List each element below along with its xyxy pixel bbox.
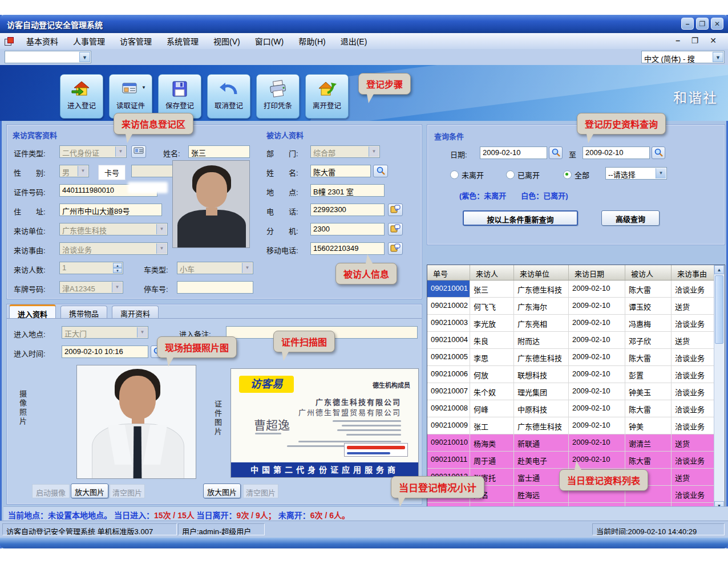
table-cell[interactable]: 广东德生科技 bbox=[514, 281, 569, 297]
address-input[interactable]: 广州市中山大道89号 bbox=[59, 204, 162, 216]
table-cell[interactable]: 090210010 bbox=[427, 434, 470, 451]
table-cell[interactable]: 送货 bbox=[672, 332, 715, 348]
radio-left[interactable]: 已离开 bbox=[506, 169, 540, 180]
quick-combo[interactable]: ▼ bbox=[5, 51, 91, 63]
table-cell[interactable]: 洽谈业务 bbox=[672, 349, 715, 365]
table-cell[interactable]: 洽谈业务 bbox=[672, 452, 715, 468]
table-cell[interactable]: 钟美玉 bbox=[625, 383, 672, 400]
table-cell[interactable]: 洽谈业务 bbox=[672, 281, 715, 297]
read-card-button[interactable]: ▼ 读取证件 bbox=[109, 74, 152, 119]
table-cell[interactable]: 何峰 bbox=[470, 400, 514, 417]
table-cell[interactable]: 新联通 bbox=[514, 434, 569, 451]
menu-item-1[interactable]: 人事管理 bbox=[66, 33, 112, 49]
menu-item-6[interactable]: 帮助(H) bbox=[291, 33, 333, 49]
table-row[interactable]: 090210003李光放广东亮相2009-02-10冯惠梅洽谈业务 bbox=[427, 315, 725, 332]
id-type-combo[interactable]: 二代身份证 ▼ bbox=[59, 145, 127, 158]
table-column-header[interactable]: 来访事由 bbox=[672, 265, 715, 280]
mdi-window-controls-icon[interactable]: – ❐ ✕ bbox=[676, 36, 721, 45]
table-cell[interactable]: 090210001 bbox=[427, 281, 470, 297]
entry-place-combo[interactable]: 正大门 ▼ bbox=[62, 326, 148, 339]
table-cell[interactable]: 谢清兰 bbox=[625, 434, 672, 451]
date-to-input[interactable]: 2009-02-10 bbox=[583, 147, 650, 159]
people-count-stepper[interactable]: 1 ▲ ▼ bbox=[59, 262, 123, 274]
table-cell[interactable]: 2009-02-10 bbox=[569, 417, 625, 434]
radio-not-left[interactable]: 未离开 bbox=[450, 169, 484, 180]
table-cell[interactable]: 理光集团 bbox=[514, 383, 569, 400]
visitee-search-button[interactable] bbox=[373, 165, 388, 177]
scroll-up-icon[interactable]: ▲ bbox=[714, 265, 724, 274]
menu-item-2[interactable]: 访客管理 bbox=[112, 33, 159, 49]
table-row[interactable]: 090210002何飞飞广东海尔2009-02-10谭玉姣送货 bbox=[427, 298, 725, 315]
vehicle-type-combo[interactable]: 小车 ▼ bbox=[177, 262, 253, 274]
dept-combo[interactable]: 综合部 ▼ bbox=[310, 145, 380, 158]
clear-card-button[interactable]: 清空图片 bbox=[243, 484, 278, 498]
plate-combo[interactable]: 津A12345 ▼ bbox=[59, 281, 123, 294]
leave-register-button[interactable]: 离开登记 bbox=[305, 74, 349, 119]
table-cell[interactable]: 送货 bbox=[672, 434, 715, 451]
table-cell[interactable]: 冯惠梅 bbox=[625, 315, 672, 331]
table-cell[interactable]: 2009-02-10 bbox=[569, 298, 625, 314]
card-reader-button[interactable] bbox=[131, 145, 146, 158]
table-cell[interactable]: 联想科技 bbox=[514, 366, 569, 383]
table-cell[interactable]: 2009-02-10 bbox=[569, 315, 625, 331]
table-cell[interactable]: 陈大雷 bbox=[625, 281, 672, 297]
card-no-input[interactable] bbox=[131, 165, 176, 177]
table-cell[interactable]: 2009-02-10 bbox=[569, 349, 625, 365]
table-cell[interactable]: 洽谈业务 bbox=[672, 400, 715, 417]
table-row[interactable]: 090210008何峰中原科技2009-02-10陈大雷洽谈业务 bbox=[427, 400, 725, 417]
vertical-scrollbar[interactable]: ▲ ▼ bbox=[714, 265, 725, 510]
menu-item-0[interactable]: 基本资料 bbox=[19, 33, 66, 49]
table-cell[interactable]: 附而达 bbox=[514, 332, 569, 348]
location-input[interactable]: B幢 2301 室 bbox=[310, 184, 385, 197]
enter-register-button[interactable]: 进入登记 bbox=[60, 74, 103, 119]
entry-time-input[interactable]: 2009-02-10 10:16 bbox=[62, 345, 148, 358]
parking-input[interactable] bbox=[177, 281, 253, 294]
table-cell[interactable]: 广东德生科技 bbox=[514, 417, 569, 434]
date-to-picker-button[interactable] bbox=[652, 147, 665, 159]
table-cell[interactable]: 洽谈业务 bbox=[672, 315, 715, 331]
ext-call-button[interactable] bbox=[388, 223, 403, 235]
phone-call-button[interactable] bbox=[388, 204, 403, 216]
table-cell[interactable]: 李光放 bbox=[470, 315, 514, 331]
table-cell[interactable]: 广东海尔 bbox=[514, 298, 569, 314]
query-select[interactable]: --请选择 ▼ bbox=[605, 167, 667, 180]
scrollbar-thumb[interactable] bbox=[715, 275, 723, 344]
date-from-picker-button[interactable] bbox=[549, 147, 563, 159]
spin-up-icon[interactable]: ▲ bbox=[113, 263, 122, 268]
table-cell[interactable]: 彭置 bbox=[625, 366, 672, 383]
table-cell[interactable]: 090210003 bbox=[427, 315, 470, 331]
table-cell[interactable]: 090210008 bbox=[427, 400, 470, 417]
table-cell[interactable]: 送货 bbox=[672, 469, 715, 485]
table-cell[interactable]: 2009-02-10 bbox=[569, 400, 625, 417]
advanced-query-button[interactable]: 高级查询 bbox=[601, 210, 660, 226]
table-cell[interactable]: 090210005 bbox=[427, 349, 470, 365]
table-cell[interactable]: 090210011 bbox=[427, 452, 470, 468]
table-row[interactable]: 090210009张工广东德生科技2009-02-10钟美洽谈业务 bbox=[427, 417, 725, 434]
table-cell[interactable]: 钟美 bbox=[625, 417, 672, 434]
table-cell[interactable]: 广东亮相 bbox=[514, 315, 569, 331]
table-cell[interactable]: 2009-02-10 bbox=[569, 434, 625, 451]
table-row[interactable]: 090210005李思广东德生科技2009-02-10陈大雷洽谈业务 bbox=[427, 349, 725, 366]
zoom-photo-button[interactable]: 放大图片 bbox=[71, 483, 108, 498]
table-cell[interactable]: 中原科技 bbox=[514, 400, 569, 417]
mobile-input[interactable]: 15602210349 bbox=[310, 242, 385, 255]
table-row[interactable]: 090210010杨海类新联通2009-02-10谢清兰送货 bbox=[427, 434, 725, 452]
table-cell[interactable]: 洽谈业务 bbox=[672, 486, 715, 502]
ext-input[interactable]: 2300 bbox=[310, 223, 385, 235]
table-cell[interactable]: 送货 bbox=[672, 298, 715, 314]
tab-carried-items[interactable]: 携带物品 bbox=[60, 306, 107, 318]
clear-photo-button[interactable]: 清空图片 bbox=[110, 484, 145, 498]
print-ticket-button[interactable]: 打印凭条 bbox=[256, 74, 300, 119]
table-cell[interactable]: 2009-02-10 bbox=[569, 383, 625, 400]
table-cell[interactable]: 洽谈业务 bbox=[672, 383, 715, 400]
table-cell[interactable]: 谭玉姣 bbox=[625, 298, 672, 314]
table-cell[interactable]: 张三 bbox=[470, 281, 514, 297]
tab-entry-info[interactable]: 进入资料 bbox=[9, 304, 56, 318]
table-column-header[interactable]: 单号 bbox=[427, 265, 470, 280]
date-from-input[interactable]: 2009-02-10 bbox=[480, 147, 547, 159]
gender-combo[interactable]: 男 ▼ bbox=[59, 165, 89, 177]
table-cell[interactable]: 2009-02-10 bbox=[569, 332, 625, 348]
table-cell[interactable]: 陈大雷 bbox=[625, 349, 672, 365]
restore-icon[interactable]: ❐ bbox=[696, 18, 709, 30]
menu-item-5[interactable]: 窗口(W) bbox=[248, 33, 292, 49]
